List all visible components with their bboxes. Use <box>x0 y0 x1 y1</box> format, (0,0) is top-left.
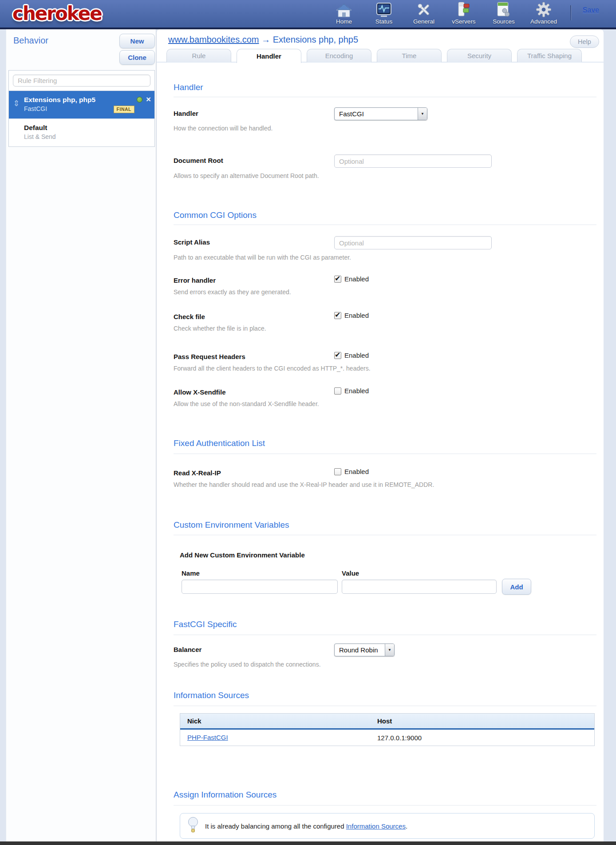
note-prefix: It is already balancing among all the co… <box>205 822 346 830</box>
nav-item-sources[interactable]: Sources <box>486 1 522 25</box>
bottom-edge-strip <box>0 841 616 845</box>
field-label: Script Alias <box>174 236 334 246</box>
main-nav: Home Status General vServers Sources <box>326 1 562 25</box>
field-label: Read X-Real-IP <box>174 467 334 477</box>
name-column-label: Name <box>182 569 200 577</box>
section-divider <box>174 97 596 97</box>
nav-label: Sources <box>493 18 515 25</box>
checkbox-label: Enabled <box>344 312 369 319</box>
form-row-script-alias: Script Alias Path to an executable that … <box>174 236 586 261</box>
form-row-pass-request-headers: Pass Request Headers Enabled Forward all… <box>174 351 586 372</box>
field-description: Send errors exactly as they are generate… <box>174 288 586 296</box>
allow-x-sendfile-checkbox[interactable] <box>334 387 341 395</box>
form-row-check-file: Check file Enabled Check whether the fil… <box>174 311 586 332</box>
field-label: Error handler <box>174 274 334 284</box>
behavior-sidebar: Behavior New Clone ⇕ Extensions php, php… <box>6 29 156 841</box>
selected-value: Round Robin <box>335 644 385 656</box>
nav-item-vservers[interactable]: vServers <box>446 1 482 25</box>
save-button[interactable]: Save <box>583 6 599 14</box>
column-header-nick: Nick <box>180 717 377 725</box>
vserver-link[interactable]: www.bambookites.com <box>168 35 259 44</box>
nav-divider <box>570 5 571 20</box>
checkbox-label: Enabled <box>344 468 369 475</box>
section-divider <box>174 454 596 454</box>
rule-name: Default <box>24 124 149 132</box>
section-divider <box>174 635 596 635</box>
read-x-real-ip-checkbox[interactable] <box>334 468 341 475</box>
nav-item-home[interactable]: Home <box>326 1 362 25</box>
checkbox-label: Enabled <box>344 275 369 283</box>
handler-select[interactable]: FastCGI ▼ <box>334 107 427 120</box>
cherokee-logo: cherokee <box>12 3 102 24</box>
document-root-input[interactable] <box>334 154 492 168</box>
top-navigation-bar: cherokee Home Status General vServers <box>0 0 616 29</box>
table-row: PHP-FastCGI 127.0.0.1:9000 <box>180 730 594 746</box>
delete-rule-icon[interactable]: × <box>146 95 151 104</box>
breadcrumb-rule: Extensions php, php5 <box>273 35 358 44</box>
nav-label: vServers <box>452 18 475 25</box>
checkbox-label: Enabled <box>344 387 369 395</box>
section-title-information-sources: Information Sources <box>174 691 249 700</box>
env-name-input[interactable] <box>182 580 338 594</box>
tab-handler[interactable]: Handler <box>237 49 301 63</box>
home-icon <box>336 1 352 17</box>
tab-time[interactable]: Time <box>377 49 442 62</box>
breadcrumb-separator: → <box>261 35 270 44</box>
drag-handle-icon[interactable]: ⇕ <box>13 99 20 108</box>
new-rule-button[interactable]: New <box>119 34 155 48</box>
env-variable-form: Name Value Add <box>182 569 586 596</box>
general-icon <box>416 1 431 17</box>
rule-filter-input[interactable] <box>13 75 150 87</box>
clone-rule-button[interactable]: Clone <box>119 50 155 65</box>
nav-item-general[interactable]: General <box>406 1 442 25</box>
env-value-input[interactable] <box>342 580 497 594</box>
nav-item-status[interactable]: Status <box>366 1 402 25</box>
section-divider <box>174 225 596 225</box>
dropdown-arrow-icon: ▼ <box>385 644 394 656</box>
advanced-icon <box>536 1 552 17</box>
tab-encoding[interactable]: Encoding <box>307 49 371 62</box>
check-file-checkbox[interactable] <box>334 312 341 319</box>
section-title-fastcgi: FastCGI Specific <box>174 620 237 629</box>
section-divider <box>174 805 596 806</box>
rule-handler: List & Send <box>24 133 149 140</box>
rule-enabled-indicator[interactable] <box>137 97 142 103</box>
rule-row-extensions-php[interactable]: ⇕ Extensions php, php5 FastCGI × FINAL <box>9 91 154 118</box>
tab-traffic-shaping[interactable]: Traffic Shaping <box>517 49 582 62</box>
field-description: Check whether the file is in place. <box>174 325 586 332</box>
field-label: Allow X-Sendfile <box>174 386 334 396</box>
tab-bar: Rule Handler Encoding Time Security Traf… <box>166 49 582 63</box>
tab-security[interactable]: Security <box>447 49 512 62</box>
error-handler-checkbox[interactable] <box>334 276 341 283</box>
nav-label: General <box>413 18 434 25</box>
rule-row-default[interactable]: Default List & Send <box>9 118 154 146</box>
source-nick-link[interactable]: PHP-FastCGI <box>187 734 228 741</box>
add-env-button[interactable]: Add <box>502 579 531 595</box>
script-alias-input[interactable] <box>334 236 492 249</box>
balancing-note: It is already balancing among all the co… <box>180 813 595 839</box>
field-label: Handler <box>174 107 334 117</box>
balancer-select[interactable]: Round Robin ▼ <box>334 644 395 656</box>
tab-rule[interactable]: Rule <box>166 49 231 62</box>
checkbox-label: Enabled <box>344 351 369 359</box>
sources-icon <box>497 1 510 17</box>
field-description: Allow the use of the non-standard X-Send… <box>174 400 586 407</box>
content-panel: www.bambookites.com → Extensions php, ph… <box>156 29 604 841</box>
help-button[interactable]: Help <box>570 36 599 48</box>
source-host: 127.0.0.1:9000 <box>377 734 422 742</box>
value-column-label: Value <box>342 569 359 577</box>
nav-label: Status <box>375 18 392 25</box>
information-sources-link[interactable]: Information Sources <box>346 822 406 830</box>
form-row-document-root: Document Root Allows to specify an alter… <box>174 154 586 179</box>
section-title-custom-env: Custom Environment Variables <box>174 520 289 530</box>
section-title-fixed-auth: Fixed Authentication List <box>174 438 265 448</box>
pass-request-headers-checkbox[interactable] <box>334 352 341 359</box>
section-title-assign-sources: Assign Information Sources <box>174 790 276 800</box>
nav-item-advanced[interactable]: Advanced <box>525 1 562 25</box>
dropdown-arrow-icon: ▼ <box>418 108 427 120</box>
field-description: Path to an executable that will be run w… <box>174 254 586 261</box>
information-sources-table: Nick Host PHP-FastCGI 127.0.0.1:9000 <box>180 713 595 746</box>
section-divider <box>174 535 596 535</box>
section-title-common-cgi: Common CGI Options <box>174 210 257 220</box>
note-text: It is already balancing among all the co… <box>205 822 407 830</box>
